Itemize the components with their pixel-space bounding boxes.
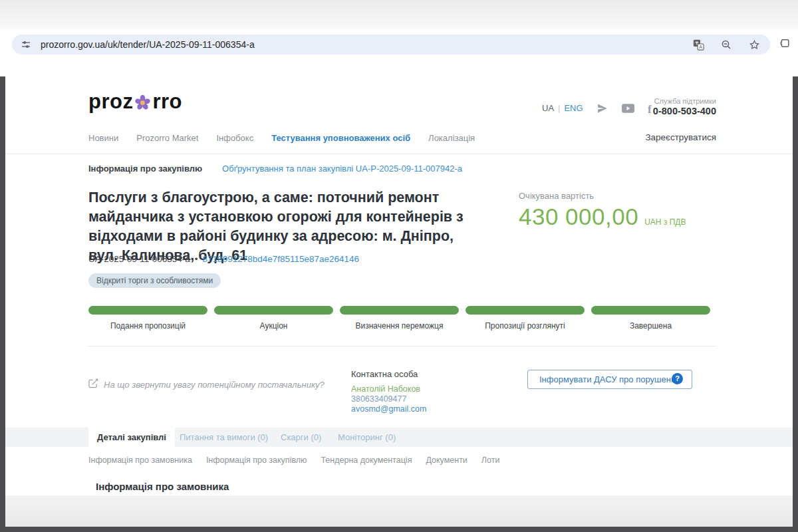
expected-value-currency: UAH з ПДВ	[644, 217, 686, 227]
nav-news[interactable]: Новини	[88, 133, 118, 143]
stage-progress: Подання пропозицій Аукціон Визначення пе…	[88, 306, 710, 331]
help-icon[interactable]: ?	[672, 373, 683, 384]
tab-details[interactable]: Деталі закупівлі	[88, 428, 175, 447]
stage-bar	[214, 306, 333, 315]
contact-block: Контактна особа Анатолій Набоков 3806334…	[351, 369, 426, 414]
zoom-out-icon[interactable]	[720, 38, 733, 51]
telegram-icon[interactable]	[596, 103, 608, 116]
nav-market[interactable]: Prozorro Market	[136, 133, 198, 143]
subnav-buyer-info[interactable]: Інформація про замовника	[88, 456, 192, 465]
contact-name: Анатолій Набоков	[351, 384, 426, 394]
expected-value-label: Очікувана вартість	[519, 191, 686, 201]
contact-email[interactable]: avosmd@gmail.com	[351, 404, 426, 414]
logo-text-post: rro	[152, 90, 182, 114]
tender-id-row: UA-2025-09-11-006354-a • 8718991278bd4e7…	[88, 254, 359, 264]
tab-questions[interactable]: Питання та вимоги (0)	[180, 428, 268, 447]
nav-infobox[interactable]: Інфобокс	[216, 133, 253, 143]
edit-icon	[88, 378, 98, 391]
translate-icon[interactable]: A	[692, 38, 705, 51]
stage-bar	[88, 306, 207, 315]
header-divider	[5, 154, 793, 154]
social-links: f	[596, 103, 652, 116]
stage-label: Пропозиції розглянуті	[466, 321, 585, 331]
contact-phone[interactable]: 380633409477	[351, 394, 426, 404]
tab-bar: Деталі закупівлі Питання та вимоги (0) С…	[5, 428, 793, 447]
section-title: Інформація про замовника	[96, 481, 229, 492]
extensions-icon[interactable]	[779, 38, 790, 51]
stage-auction: Аукціон	[214, 306, 333, 331]
lang-ua[interactable]: UA	[542, 103, 554, 113]
stage-submission: Подання пропозицій	[88, 306, 207, 331]
facebook-icon[interactable]: f	[648, 103, 652, 116]
supplier-hint[interactable]: На що звернути увагу потенційному постач…	[88, 378, 325, 391]
tab-monitoring[interactable]: Моніторинг (0)	[338, 428, 396, 447]
stage-winner: Визначення переможця	[340, 306, 459, 331]
site-settings-icon[interactable]	[19, 38, 33, 51]
stage-bar	[466, 306, 585, 315]
tender-id: UA-2025-09-11-006354-a	[88, 254, 190, 264]
stage-completed: Завершена	[591, 306, 710, 331]
sub-nav: Інформація про замовника Інформація про …	[88, 456, 499, 465]
report-dasu-button[interactable]: Інформувати ДАСУ про порушення	[527, 370, 692, 389]
stage-reviewed: Пропозиції розглянуті	[466, 306, 585, 331]
youtube-icon[interactable]	[622, 104, 634, 116]
lang-divider: |	[558, 103, 560, 113]
subnav-purchase-info[interactable]: Інформація про закупівлю	[206, 456, 307, 465]
bookmark-star-icon[interactable]	[747, 38, 761, 51]
browser-tab-strip	[0, 0, 798, 31]
register-link[interactable]: Зареєструватися	[645, 132, 716, 142]
breadcrumb-info[interactable]: Інформація про закупівлю	[88, 164, 202, 174]
subnav-lots[interactable]: Лоти	[481, 456, 500, 465]
screenshot-stage: prozorro.gov.ua/uk/tender/UA-2025-09-11-…	[0, 0, 798, 532]
browser-chrome: prozorro.gov.ua/uk/tender/UA-2025-09-11-…	[0, 0, 798, 76]
procedure-badge: Відкриті торги з особливостями	[88, 273, 221, 288]
tender-hash-link[interactable]: 8718991278bd4e7f85115e87ae264146	[203, 254, 360, 264]
support-block: Служба підтримки 0-800-503-400	[653, 97, 716, 116]
svg-text:A: A	[699, 44, 702, 50]
prozorro-logo[interactable]: proz rro	[88, 90, 182, 114]
url-text[interactable]: prozorro.gov.ua/uk/tender/UA-2025-09-11-…	[41, 39, 692, 50]
expected-value-block: Очікувана вартість 430 000,00 UAH з ПДВ	[519, 191, 686, 230]
nav-testing[interactable]: Тестування уповноважених осіб	[271, 133, 410, 143]
logo-text-pre: proz	[88, 90, 133, 114]
nav-localization[interactable]: Локалізація	[428, 133, 475, 143]
prozorro-page: proz rro UA|ENG	[5, 76, 793, 527]
stage-bar	[591, 306, 710, 315]
support-label: Служба підтримки	[653, 97, 716, 105]
breadcrumb-plan-link[interactable]: Обґрунтування та план закупівлі UA-P-202…	[222, 164, 462, 174]
expected-value-amount: 430 000,00	[519, 203, 638, 230]
supplier-hint-text[interactable]: На що звернути увагу потенційному постач…	[104, 380, 325, 390]
subnav-documents[interactable]: Документи	[426, 456, 467, 465]
stage-label: Аукціон	[214, 321, 333, 331]
main-nav: Новини Prozorro Market Інфобокс Тестуван…	[88, 133, 475, 143]
lang-eng[interactable]: ENG	[564, 103, 583, 113]
language-switch: UA|ENG	[542, 103, 583, 113]
stage-label: Подання пропозицій	[88, 321, 207, 331]
stage-bar	[340, 306, 459, 315]
support-phone: 0-800-503-400	[653, 106, 716, 116]
subnav-tender-docs[interactable]: Тендерна документація	[321, 456, 412, 465]
id-separator: •	[195, 254, 198, 264]
stage-label: Визначення переможця	[340, 321, 459, 331]
breadcrumb: Інформація про закупівлю Обґрунтування т…	[88, 164, 462, 174]
address-bar[interactable]: prozorro.gov.ua/uk/tender/UA-2025-09-11-…	[12, 35, 770, 55]
contact-label: Контактна особа	[351, 369, 426, 379]
table-area-cutoff	[5, 495, 793, 527]
flower-icon	[134, 94, 152, 112]
tab-complaints[interactable]: Скарги (0)	[281, 428, 321, 447]
content-divider	[88, 346, 716, 346]
stage-label: Завершена	[591, 321, 710, 331]
